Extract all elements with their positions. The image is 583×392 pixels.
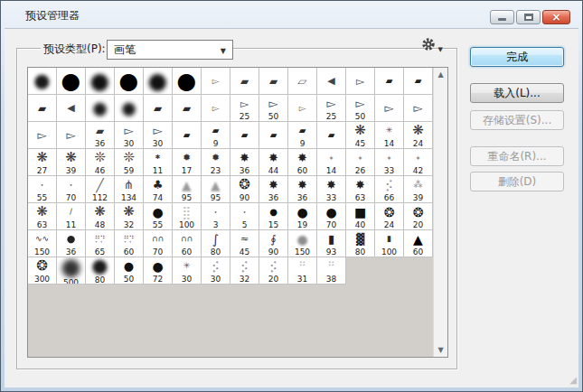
brush-cell[interactable]: ▰	[317, 122, 346, 149]
load-button[interactable]: 载入(L)...	[470, 83, 564, 103]
brush-cell[interactable]: •70	[57, 176, 86, 203]
brush-cell[interactable]: ▻	[202, 95, 230, 122]
brush-cell[interactable]: ∮90	[259, 230, 288, 257]
brush-cell[interactable]: ⁎14	[317, 149, 346, 176]
brush-cell[interactable]: ▮100	[375, 230, 404, 257]
brush-cell[interactable]: ⁎26	[346, 149, 375, 176]
brush-cell[interactable]: ●55	[144, 203, 173, 230]
brush-cell[interactable]: ❋63	[28, 203, 57, 230]
brush-cell[interactable]: ✸33	[317, 176, 346, 203]
brush-cell[interactable]: ❂20	[404, 203, 433, 230]
brush-cell[interactable]: ▻50	[346, 95, 375, 122]
brush-cell[interactable]: ✸44	[259, 149, 288, 176]
brush-cell[interactable]: ❋39	[57, 149, 86, 176]
brush-cell[interactable]: ◀	[317, 68, 346, 95]
brush-cell[interactable]: ●19	[288, 203, 317, 230]
brush-cell[interactable]: ●50	[115, 257, 144, 285]
brush-cell[interactable]: ▰	[28, 95, 57, 122]
brush-cell[interactable]: ▰	[230, 122, 259, 149]
brush-cell[interactable]: ✹17	[173, 149, 202, 176]
brush-cell[interactable]: ✹23	[202, 149, 230, 176]
brush-cell[interactable]: ●500	[57, 257, 86, 285]
brush-cell[interactable]: ⣿100	[173, 203, 202, 230]
brush-cell[interactable]: ⡛⡙60	[115, 230, 144, 257]
brush-cell[interactable]: ▻	[57, 122, 86, 149]
brush-cell[interactable]: ⁎42	[404, 149, 433, 176]
brush-cell[interactable]: ✸63	[346, 176, 375, 203]
brush-cell[interactable]: ●	[86, 68, 115, 95]
brush-cell[interactable]: ✳14	[375, 122, 404, 149]
brush-cell[interactable]: ♣74	[144, 176, 173, 203]
brush-cell[interactable]: ❋45	[346, 122, 375, 149]
brush-cell[interactable]: ▻	[346, 68, 375, 95]
brush-cell[interactable]: ⋔134	[115, 176, 144, 203]
brush-cell[interactable]: ▰9	[288, 122, 317, 149]
brush-cell[interactable]: ╱112	[86, 176, 115, 203]
done-button[interactable]: 完成	[470, 47, 564, 67]
brush-cell[interactable]: •5	[230, 203, 259, 230]
brush-cell[interactable]: ▲95	[173, 176, 202, 203]
save-set-button[interactable]: 存储设置(S)...	[470, 110, 564, 130]
brush-cell[interactable]: ⡪66	[375, 176, 404, 203]
close-button[interactable]: ×	[542, 10, 570, 24]
brush-cell[interactable]: ▰9	[202, 122, 230, 149]
brush-cell[interactable]: ▻	[28, 122, 57, 149]
delete-button[interactable]: 删除(D)	[470, 172, 564, 191]
brush-cell[interactable]: ▻50	[259, 95, 288, 122]
brush-cell[interactable]: ▰	[404, 68, 433, 95]
brush-cell[interactable]: ∿∿150	[28, 230, 57, 257]
brush-cell[interactable]: ❋27	[28, 149, 57, 176]
brush-cell[interactable]: ≈45	[230, 230, 259, 257]
brush-cell[interactable]: ●80	[86, 257, 115, 285]
brush-cell[interactable]: ✸36	[230, 149, 259, 176]
brush-cell[interactable]: ■40	[346, 203, 375, 230]
brush-cell[interactable]: ❂24	[375, 203, 404, 230]
brush-cell[interactable]: ⁎33	[375, 149, 404, 176]
brush-cell[interactable]: ⠛31	[288, 257, 317, 285]
brush-cell[interactable]: ▰	[259, 68, 288, 95]
brush-cell[interactable]: ▰	[259, 122, 288, 149]
brush-cell[interactable]: ▻	[202, 68, 230, 95]
brush-cell[interactable]: ●	[86, 95, 115, 122]
brush-cell[interactable]: ▰	[173, 122, 202, 149]
resize-grip[interactable]: ◢	[566, 375, 577, 386]
brush-cell[interactable]: ∕11	[57, 203, 86, 230]
brush-cell[interactable]: ▻30	[144, 122, 173, 149]
rename-button[interactable]: 重命名(R)...	[470, 146, 564, 166]
brush-cell[interactable]: ▓80	[346, 230, 375, 257]
brush-cell[interactable]: ⡛⡙65	[86, 230, 115, 257]
scroll-up-button[interactable]: ▲	[434, 68, 447, 81]
brush-cell[interactable]: ✸60	[288, 149, 317, 176]
brush-cell[interactable]: ●15	[259, 203, 288, 230]
brush-cell[interactable]: ∩∩70	[144, 230, 173, 257]
scrollbar[interactable]: ▲ ▼	[433, 68, 447, 357]
brush-cell[interactable]: ⠛38	[317, 257, 346, 285]
brush-cell[interactable]: ✸36	[288, 176, 317, 203]
brush-cell[interactable]: ▻	[288, 95, 317, 122]
brush-cell[interactable]: ❋24	[404, 122, 433, 149]
brush-cell[interactable]: ▻30	[115, 122, 144, 149]
brush-cell[interactable]: ❊59	[115, 149, 144, 176]
brush-cell[interactable]: ●	[115, 68, 144, 95]
brush-cell[interactable]: ▰	[375, 68, 404, 95]
brush-cell[interactable]: ✱11	[144, 149, 173, 176]
brush-cell[interactable]: ▻25	[317, 95, 346, 122]
brush-cell[interactable]: •3	[202, 203, 230, 230]
brush-cell[interactable]: ✳30	[173, 257, 202, 285]
brush-cell[interactable]: ●	[28, 68, 57, 95]
brush-cell[interactable]: •55	[28, 176, 57, 203]
brush-cell[interactable]: ▻	[404, 95, 433, 122]
preset-menu-button[interactable]: ▼	[421, 37, 441, 53]
brush-cell[interactable]: ⁂39	[404, 176, 433, 203]
brush-cell[interactable]: ●	[115, 95, 144, 122]
brush-cell[interactable]: ◀	[57, 95, 86, 122]
brush-cell[interactable]: ⡪20	[259, 257, 288, 285]
preset-type-dropdown[interactable]: 画笔 ▼	[107, 40, 233, 60]
maximize-button[interactable]	[516, 10, 541, 24]
brush-cell[interactable]: ∫80	[202, 230, 230, 257]
brush-cell[interactable]: ▰	[230, 68, 259, 95]
brush-cell[interactable]: ❂300	[28, 257, 57, 285]
scroll-down-button[interactable]: ▼	[434, 343, 447, 357]
brush-cell[interactable]: ❋32	[115, 203, 144, 230]
brush-cell[interactable]: ▲95	[202, 176, 230, 203]
